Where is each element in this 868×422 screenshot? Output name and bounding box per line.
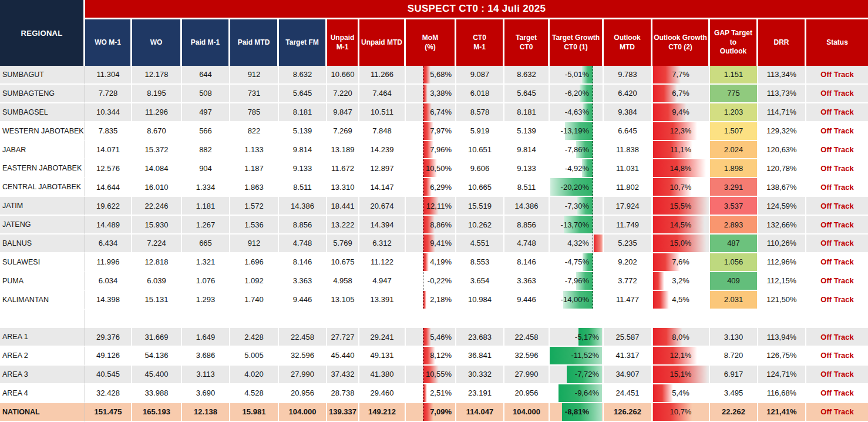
target-growth-axis-line: [593, 122, 593, 140]
paid-mtd-cell: 785: [230, 103, 279, 122]
mom-axis-line: [423, 159, 423, 177]
column-header-2: WO: [132, 19, 182, 66]
table-row: AREA 1 29.376 31.669 1.649 2.428 22.458 …: [0, 328, 868, 347]
mom-cell: 4,19%: [406, 253, 456, 272]
target-growth-cell: -7,86%: [550, 141, 604, 160]
unpaid-m1-cell: 13.222: [327, 216, 359, 235]
outlook-growth-cell: 10,7%: [652, 403, 710, 422]
drr-cell: 113,73%: [758, 85, 806, 103]
paid-mtd-cell: 1.133: [230, 141, 279, 160]
wo-cell: 15.372: [132, 141, 182, 160]
outlook-growth-cell: 8,0%: [652, 328, 710, 347]
target-fm-cell: 22.458: [279, 328, 327, 347]
target-fm-cell: 27.990: [279, 366, 327, 384]
ct0-m1-cell: 9.606: [456, 159, 504, 178]
outlook-growth-cell: 3,2%: [652, 272, 710, 291]
column-header-7: Unpaid MTD: [359, 19, 406, 66]
column-header-3: Paid M-1: [182, 19, 230, 66]
gap-target-to-outlook-cell: 1.507: [710, 122, 758, 141]
paid-m1-cell: 1.334: [182, 178, 230, 197]
column-header-16: Status: [806, 19, 868, 66]
target-fm-cell: 8.511: [279, 178, 327, 197]
paid-m1-cell: 644: [182, 66, 230, 85]
wo-m1-cell: 6.434: [85, 235, 132, 253]
paid-mtd-cell: 1.187: [230, 159, 279, 178]
status-cell: Off Track: [806, 159, 868, 178]
mom-axis-line: [423, 328, 423, 346]
paid-m1-cell: 665: [182, 235, 230, 253]
drr-cell: 120,63%: [758, 141, 806, 160]
gap-target-to-outlook-cell: 2.031: [710, 291, 758, 310]
unpaid-mtd-cell: 6.312: [359, 235, 406, 253]
unpaid-m1-cell: 10.675: [327, 253, 359, 272]
target-ct0-cell: 5.139: [504, 122, 550, 141]
wo-cell: 8.670: [132, 122, 182, 141]
unpaid-mtd-cell: 29.241: [359, 328, 406, 347]
target-growth-axis-line: [593, 103, 593, 121]
mom-cell: 5,68%: [406, 66, 456, 85]
unpaid-mtd-cell: 14.239: [359, 141, 406, 160]
paid-mtd-cell: 5.005: [230, 347, 279, 366]
target-growth-cell: 4,32%: [550, 235, 604, 253]
drr-cell: 124,59%: [758, 197, 806, 216]
ct0-m1-cell: 36.841: [456, 347, 504, 366]
wo-m1-cell: 151.475: [85, 403, 132, 422]
drr-cell: 121,41%: [758, 403, 806, 422]
gap-target-to-outlook-cell: 8.720: [710, 347, 758, 366]
target-ct0-cell: 22.458: [504, 328, 550, 347]
wo-cell: 12.818: [132, 253, 182, 272]
mom-cell: 8,12%: [406, 347, 456, 366]
gap-target-to-outlook-cell: 3.537: [710, 197, 758, 216]
unpaid-mtd-cell: 10.511: [359, 103, 406, 122]
status-cell: Off Track: [806, 366, 868, 384]
outlook-mtd-cell: 25.587: [604, 328, 652, 347]
target-ct0-cell: 8.856: [504, 216, 550, 235]
outlook-growth-cell: 5,4%: [652, 384, 710, 403]
target-growth-cell: -6,20%: [550, 85, 604, 103]
paid-mtd-cell: 1.536: [230, 216, 279, 235]
ct0-m1-cell: 114.047: [456, 403, 504, 422]
mom-axis-line: [423, 291, 423, 309]
unpaid-mtd-cell: 14.147: [359, 178, 406, 197]
mom-cell: 8,86%: [406, 216, 456, 235]
drr-cell: 120,78%: [758, 159, 806, 178]
target-ct0-cell: 8.181: [504, 103, 550, 122]
outlook-mtd-cell: 6.645: [604, 122, 652, 141]
drr-cell: 110,26%: [758, 235, 806, 253]
paid-m1-cell: 508: [182, 85, 230, 103]
wo-m1-cell: 14.398: [85, 291, 132, 310]
mom-cell: 2,51%: [406, 384, 456, 403]
mom-cell: 7,96%: [406, 141, 456, 160]
mom-databar: [423, 384, 427, 402]
wo-cell: 33.988: [132, 384, 182, 403]
mom-cell: -0,22%: [406, 272, 456, 291]
region-cell: JATIM: [0, 197, 85, 216]
column-header-14: GAP Target to Outlook: [710, 19, 758, 66]
unpaid-m1-cell: 13.310: [327, 178, 359, 197]
paid-m1-cell: 1.293: [182, 291, 230, 310]
outlook-growth-cell: 10,7%: [652, 178, 710, 197]
target-growth-cell: -7,30%: [550, 197, 604, 216]
region-cell: SUMBAGUT: [0, 66, 85, 85]
target-growth-cell: -14,00%: [550, 291, 604, 310]
target-fm-cell: 20.956: [279, 384, 327, 403]
wo-cell: 14.084: [132, 159, 182, 178]
ct0-m1-cell: 8.578: [456, 103, 504, 122]
outlook-mtd-cell: 34.907: [604, 366, 652, 384]
mom-axis-line: [423, 103, 423, 121]
ct0-m1-cell: 30.332: [456, 366, 504, 384]
outlook-growth-cell: 7,7%: [652, 66, 710, 85]
unpaid-mtd-cell: 20.674: [359, 197, 406, 216]
outlook-mtd-cell: 126.262: [604, 403, 652, 422]
outlook-mtd-cell: 11.749: [604, 216, 652, 235]
column-header-1: WO M-1: [85, 19, 132, 66]
unpaid-m1-cell: 5.769: [327, 235, 359, 253]
region-cell: SUMBAGTENG: [0, 85, 85, 103]
status-cell: Off Track: [806, 103, 868, 122]
target-fm-cell: 4.748: [279, 235, 327, 253]
table-body: SUMBAGUT 11.304 12.178 644 912 8.632 10.…: [0, 66, 868, 422]
outlook-growth-cell: 12,3%: [652, 122, 710, 141]
wo-cell: 165.193: [132, 403, 182, 422]
outlook-growth-databar: [653, 384, 673, 402]
gap-target-to-outlook-cell: 3.130: [710, 328, 758, 347]
